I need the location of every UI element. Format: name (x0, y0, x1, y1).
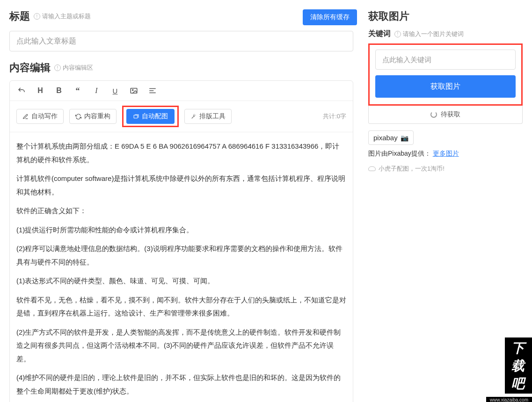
keyword-row: 关键词 ! 请输入一个图片关键词 (368, 29, 523, 39)
paragraph: (1)表达形式不同的硬件类型、颜色、味道、可见、可摸、可闻。 (16, 274, 346, 288)
fetch-status: 待获取 (368, 106, 523, 124)
watermark-url: www.xiazaiba.com (486, 397, 532, 402)
more-images-link[interactable]: 更多图片 (433, 150, 459, 157)
info-icon: ! (34, 13, 40, 20)
svg-point-1 (132, 89, 133, 90)
restructure-button[interactable]: 内容重构 (69, 109, 117, 124)
paragraph: 整个计算机系统由两部分组成：E 69DA 5 E 6 BA 9062616964… (16, 140, 346, 166)
keyword-hint: ! 请输入一个图片关键词 (394, 30, 464, 38)
title-label: 标题 (9, 9, 30, 23)
align-left-icon[interactable] (147, 86, 158, 96)
title-header: 标题 ! 请输入主题或标题 清除所有缓存 (9, 9, 357, 25)
bold-icon[interactable]: B (54, 86, 64, 96)
svg-rect-2 (134, 115, 138, 118)
content-edit-header: 内容编辑 ! 内容编辑区 (9, 61, 357, 75)
keyword-highlight: 获取图片 (368, 43, 523, 106)
paragraph: (2)生产方式不同的软件是开发，是人类智能的高发挥，而不是传统意义上的硬件制造。… (16, 326, 346, 366)
italic-icon[interactable]: I (91, 86, 102, 96)
paragraph: (4)维护不同的硬件是旧的，理论上软件是旧的，并不坏，但实际上软件也是旧的和坏的… (16, 371, 346, 398)
paragraph: 计算机软件(computer software)是指计算机系统中除硬件以外的所有… (16, 172, 346, 199)
action-toolbar: 自动写作 内容重构 自动配图 排版工具 (10, 101, 353, 132)
paragraph: 软件看不见，无色，枯燥，看不见，摸不到，闻不到。软件大部分存在于人们的头脑或纸上… (16, 294, 346, 320)
keyword-label: 关键词 (368, 29, 391, 39)
keyword-input[interactable] (375, 50, 516, 70)
cloud-icon (368, 166, 376, 171)
camera-icon: 📷 (401, 134, 408, 142)
auto-image-highlight: 自动配图 (122, 106, 179, 127)
clear-cache-button[interactable]: 清除所有缓存 (303, 9, 357, 25)
fetch-image-title: 获取图片 (368, 9, 523, 23)
content-edit-hint: ! 内容编辑区 (54, 64, 93, 72)
credit-note: 小虎子配图，一次1淘币! (368, 165, 523, 173)
auto-write-button[interactable]: 自动写作 (16, 109, 64, 124)
info-icon: ! (394, 31, 401, 37)
fetch-image-button[interactable]: 获取图片 (375, 75, 516, 98)
pixabay-badge: pixabay 📷 (368, 130, 414, 145)
paragraph: (2)程序可以满意地处理信息的数据结构。(3)说明程序功能要求和程序需要的文档的… (16, 242, 346, 269)
info-icon: ! (54, 65, 61, 71)
paragraph: 软件的正确含义如下： (16, 204, 346, 218)
paragraph: (1)提供运行时所需功能和性能的命令或计算机程序集合。 (16, 223, 346, 237)
content-edit-label: 内容编辑 (9, 61, 51, 75)
quote-icon[interactable]: “ (73, 86, 83, 96)
refresh-icon (75, 114, 81, 120)
title-input[interactable] (9, 31, 353, 51)
auto-image-button[interactable]: 自动配图 (126, 109, 175, 124)
format-toolbar: H B “ I U (10, 81, 353, 101)
pencil-icon (22, 114, 29, 120)
title-hint: ! 请输入主题或标题 (34, 12, 91, 21)
word-count: 共计:0字 (323, 112, 346, 121)
spinner-icon (430, 111, 437, 118)
heading-icon[interactable]: H (35, 86, 45, 96)
editor-card: H B “ I U 自动写作 内容重构 (9, 80, 353, 402)
layers-icon (133, 114, 139, 120)
underline-icon[interactable]: U (110, 86, 120, 96)
undo-icon[interactable] (16, 86, 27, 96)
credit-row: 图片由Pixabay提供： 更多图片 (368, 150, 523, 158)
editor-body[interactable]: 整个计算机系统由两部分组成：E 69DA 5 E 6 BA 9062616964… (10, 132, 353, 402)
layout-tools-button[interactable]: 排版工具 (184, 109, 232, 124)
wand-icon (190, 114, 197, 120)
image-icon[interactable] (129, 86, 139, 96)
